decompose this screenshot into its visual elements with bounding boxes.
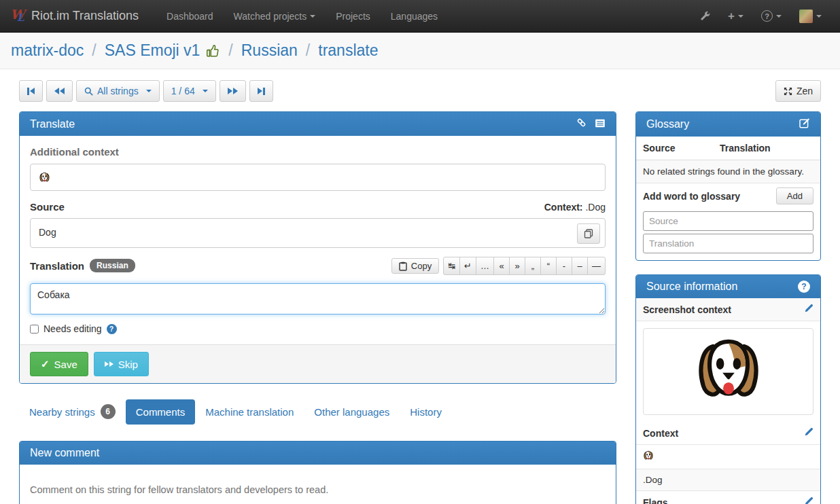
dog-emoji-icon (643, 450, 654, 461)
source-label: Source (30, 201, 65, 213)
copy-button[interactable]: Copy (391, 258, 439, 274)
context-value-row: .Dog (636, 469, 820, 491)
screenshot-image (643, 328, 813, 415)
plus-icon: + (728, 10, 735, 23)
additional-context-box (30, 164, 606, 191)
glossary-panel: Glossary Source Translation No related s… (635, 111, 821, 261)
brand-title[interactable]: Riot.im Translations (31, 9, 139, 23)
first-string-button[interactable] (19, 80, 43, 102)
special-char-button[interactable]: — (587, 257, 606, 275)
translation-textarea[interactable]: Собака (30, 283, 606, 314)
translation-label-group: TranslationRussian (30, 260, 135, 272)
source-string-text: Dog (39, 227, 56, 238)
special-char-button[interactable]: ↵ (459, 257, 476, 275)
panel-title: New comment (30, 447, 99, 459)
breadcrumb-language[interactable]: Russian (241, 41, 298, 60)
flags-header-row: Flags (636, 491, 820, 504)
help-icon: ? (761, 10, 773, 22)
nav-watched-projects[interactable]: Watched projects (224, 11, 326, 22)
nav-dashboard[interactable]: Dashboard (156, 11, 224, 22)
edit-context-button[interactable] (804, 427, 813, 439)
caret-down-icon (310, 15, 315, 18)
expand-arrows-icon (784, 87, 792, 96)
special-char-button[interactable]: « (493, 257, 510, 275)
special-char-button[interactable]: “ (540, 257, 557, 275)
screenshot-context-row: Screenshot context (636, 298, 820, 321)
search-icon (84, 87, 93, 96)
new-comment-header: New comment (20, 442, 616, 465)
nav-languages[interactable]: Languages (381, 11, 448, 22)
special-characters-group: ↹ ↵ … « » „ “ - – — (443, 257, 606, 275)
list-icon (595, 119, 606, 128)
detail-tabs: Nearby strings6 Comments Machine transla… (19, 397, 616, 426)
skip-to-last-icon (258, 88, 265, 95)
position-button[interactable]: 1 / 64 (163, 80, 216, 102)
new-comment-panel: New comment Comment on this string for f… (19, 441, 616, 504)
special-char-button[interactable]: » (509, 257, 525, 275)
pencil-icon (804, 427, 813, 437)
skip-button[interactable]: Skip (94, 352, 149, 376)
pencil-icon (804, 304, 813, 313)
add-menu-button[interactable]: + (719, 10, 752, 23)
wrench-icon (699, 11, 710, 22)
top-navbar: WL Riot.im Translations Dashboard Watche… (0, 0, 840, 33)
tab-other-languages[interactable]: Other languages (304, 399, 400, 425)
special-char-button[interactable]: … (476, 257, 494, 275)
glossary-table-header: Source Translation (636, 137, 820, 160)
glossary-translation-input[interactable] (643, 234, 813, 253)
translate-panel-header: Translate (20, 112, 616, 136)
context-emoji-row (636, 445, 820, 469)
filter-strings-button[interactable]: All strings (76, 80, 160, 102)
admin-wrench-button[interactable] (690, 11, 719, 22)
rewind-icon (54, 88, 65, 94)
edit-square-icon (799, 118, 810, 128)
edit-screenshot-button[interactable] (804, 304, 813, 315)
question-circle-icon[interactable]: ? (798, 281, 810, 293)
skip-forward-icon (105, 361, 113, 367)
glossary-add-row: Add word to glossary Add (636, 183, 820, 209)
permalink-button[interactable] (576, 118, 587, 130)
last-string-button[interactable] (249, 80, 273, 102)
breadcrumb-page[interactable]: translate (318, 41, 378, 60)
tab-nearby-strings[interactable]: Nearby strings6 (19, 397, 126, 426)
glossary-source-input[interactable] (643, 211, 813, 231)
tab-comments[interactable]: Comments (126, 399, 196, 425)
string-navigation-toolbar: All strings 1 / 64 Zen (19, 80, 821, 102)
edit-flags-button[interactable] (804, 497, 813, 504)
caret-down-icon (203, 90, 208, 92)
special-char-button[interactable]: ↹ (443, 257, 460, 275)
breadcrumb: matrix-doc / SAS Emoji v1 / Russian / tr… (0, 33, 840, 69)
zen-mode-button[interactable]: Zen (775, 80, 821, 102)
copy-source-text-button[interactable] (577, 223, 600, 244)
string-list-button[interactable] (595, 118, 606, 130)
special-char-button[interactable]: – (572, 257, 588, 275)
tab-machine-translation[interactable]: Machine translation (195, 399, 304, 425)
breadcrumb-project[interactable]: matrix-doc (11, 41, 84, 60)
glossary-add-button[interactable]: Add (776, 187, 813, 204)
needs-editing-label: Needs editing (43, 323, 102, 334)
previous-string-button[interactable] (46, 80, 73, 102)
additional-context-label: Additional context (30, 146, 606, 158)
translate-panel-footer: ✓Save Skip (20, 344, 616, 383)
help-menu-button[interactable]: ? (752, 10, 790, 22)
copy-pages-icon (584, 229, 593, 238)
caret-down-icon (776, 15, 782, 18)
fast-forward-icon (228, 88, 238, 94)
language-badge: Russian (90, 259, 135, 272)
help-circle-icon[interactable]: ? (107, 324, 117, 334)
manage-glossary-button[interactable] (799, 118, 810, 131)
panel-title: Source information (646, 281, 737, 293)
breadcrumb-component[interactable]: SAS Emoji v1 (105, 41, 200, 60)
save-button[interactable]: ✓Save (30, 352, 88, 376)
tab-history[interactable]: History (400, 399, 452, 425)
dog-emoji-icon (39, 172, 50, 183)
user-menu-button[interactable] (790, 10, 830, 23)
nav-projects[interactable]: Projects (326, 11, 381, 22)
special-char-button[interactable]: „ (525, 257, 541, 275)
caret-down-icon (816, 15, 822, 18)
next-string-button[interactable] (220, 80, 246, 102)
special-char-button[interactable]: - (556, 257, 572, 275)
comment-description: Comment on this string for fellow transl… (30, 484, 606, 495)
needs-editing-row: Needs editing ? (30, 323, 606, 334)
needs-editing-checkbox[interactable] (30, 325, 39, 334)
